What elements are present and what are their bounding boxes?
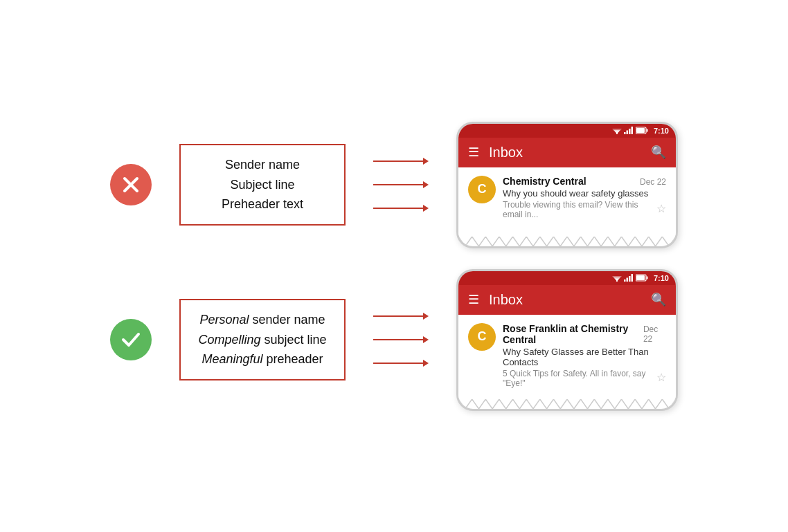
good-label-text2: subject line (260, 333, 326, 347)
good-email-subject: Why Safety Glasses are Better Than Conta… (503, 347, 666, 367)
arrow-sender (373, 156, 429, 167)
good-arrows (373, 311, 429, 369)
good-arrow-subject (373, 334, 429, 345)
bad-arrows (373, 156, 429, 214)
bad-phone-body: C Chemistry Central Dec 22 Why you shoul… (458, 167, 676, 237)
search-icon: 🔍 (651, 145, 666, 160)
bad-email-row: C Chemistry Central Dec 22 Why you shoul… (468, 176, 666, 219)
status-icons (612, 127, 648, 134)
comparison-container: Sender name Subject line Preheader text (0, 108, 788, 425)
bad-email-content: Chemistry Central Dec 22 Why you should … (503, 176, 666, 219)
svg-rect-32 (631, 274, 633, 282)
good-email-preview: 5 Quick Tips for Safety. All in favor, s… (503, 369, 656, 388)
bad-star-icon: ☆ (656, 202, 666, 215)
signal-icon (624, 127, 634, 134)
svg-marker-22 (423, 336, 429, 343)
good-zigzag (458, 399, 676, 409)
arrow-preheader (373, 203, 429, 214)
svg-rect-12 (624, 132, 626, 134)
svg-marker-3 (423, 158, 429, 165)
bad-email-date: Dec 22 (640, 177, 666, 187)
bad-email-subject: Why you should wear safety glasses (503, 188, 666, 199)
bad-status-time: 7:10 (654, 127, 669, 135)
good-email-preview-row: 5 Quick Tips for Safety. All in favor, s… (503, 367, 666, 388)
svg-rect-31 (629, 276, 631, 282)
good-label-box: Personal sender name Compelling subject … (179, 299, 346, 380)
good-label-text1: sender name (249, 313, 325, 327)
svg-marker-5 (423, 181, 429, 188)
good-status-time: 7:10 (654, 274, 669, 282)
x-icon (119, 173, 143, 196)
bad-label-line3: Preheader text (222, 197, 303, 211)
good-badge (110, 319, 152, 360)
good-label-italic2: Compelling (198, 333, 260, 347)
svg-rect-15 (631, 127, 633, 134)
svg-rect-30 (626, 278, 628, 282)
svg-rect-35 (636, 275, 645, 280)
bad-label-box: Sender name Subject line Preheader text (179, 144, 346, 226)
bad-label-line1: Sender name (225, 158, 300, 172)
bad-example-row: Sender name Subject line Preheader text (28, 122, 760, 248)
good-label-italic1: Personal (199, 313, 249, 327)
good-signal-icon (624, 274, 634, 282)
bad-email-preview-row: Trouble viewing this email? View this em… (503, 199, 666, 219)
good-email-row: C Rose Franklin at Chemistry Central Dec… (468, 323, 666, 388)
bad-toolbar-title: Inbox (489, 145, 641, 160)
svg-rect-29 (624, 279, 626, 282)
check-icon (119, 328, 143, 351)
good-phone-mockup: 7:10 ☰ Inbox 🔍 C Rose Franklin at Chemis… (456, 269, 678, 411)
good-arrow-preheader (373, 358, 429, 369)
bad-phone-mockup: 7:10 ☰ Inbox 🔍 C Chemistry Central Dec (456, 122, 678, 248)
bad-label-line2: Subject line (230, 178, 294, 192)
good-example-row: Personal sender name Compelling subject … (28, 269, 760, 411)
good-status-bar: 7:10 (458, 271, 676, 285)
good-avatar: C (468, 323, 496, 351)
good-wifi-icon (612, 274, 622, 282)
svg-rect-34 (646, 277, 647, 279)
good-toolbar-title: Inbox (489, 292, 641, 308)
bad-email-preview: Trouble viewing this email? View this em… (503, 200, 656, 219)
good-label-italic3: Meaningful (202, 352, 262, 366)
svg-rect-13 (626, 131, 628, 135)
good-hamburger-icon: ☰ (468, 292, 479, 307)
arrow-subject (373, 179, 429, 190)
bad-avatar: C (468, 176, 496, 203)
good-status-icons (612, 274, 648, 282)
good-email-date: Dec 22 (643, 324, 666, 344)
good-phone-body: C Rose Franklin at Chemistry Central Dec… (458, 315, 676, 399)
bad-email-header: Chemistry Central Dec 22 (503, 176, 666, 187)
good-star-icon: ☆ (656, 371, 666, 384)
wifi-icon (612, 127, 622, 134)
good-toolbar: ☰ Inbox 🔍 (458, 285, 676, 315)
battery-icon (636, 127, 648, 134)
svg-rect-17 (646, 129, 647, 132)
svg-rect-14 (629, 129, 631, 134)
good-email-content: Rose Franklin at Chemistry Central Dec 2… (503, 323, 666, 388)
good-email-sender: Rose Franklin at Chemistry Central (503, 323, 643, 345)
bad-badge (110, 164, 152, 205)
bad-zigzag (458, 237, 676, 246)
svg-rect-18 (636, 128, 645, 133)
good-email-header: Rose Franklin at Chemistry Central Dec 2… (503, 323, 666, 345)
bad-toolbar: ☰ Inbox 🔍 (458, 138, 676, 167)
svg-marker-7 (423, 205, 429, 212)
good-search-icon: 🔍 (651, 292, 666, 307)
good-arrow-sender (373, 311, 429, 322)
bad-status-bar: 7:10 (458, 124, 676, 138)
svg-marker-20 (423, 313, 429, 320)
good-label-text3: preheader (262, 352, 323, 366)
svg-marker-24 (423, 360, 429, 367)
hamburger-icon: ☰ (468, 145, 479, 160)
good-battery-icon (636, 274, 648, 282)
bad-email-sender: Chemistry Central (503, 176, 586, 187)
